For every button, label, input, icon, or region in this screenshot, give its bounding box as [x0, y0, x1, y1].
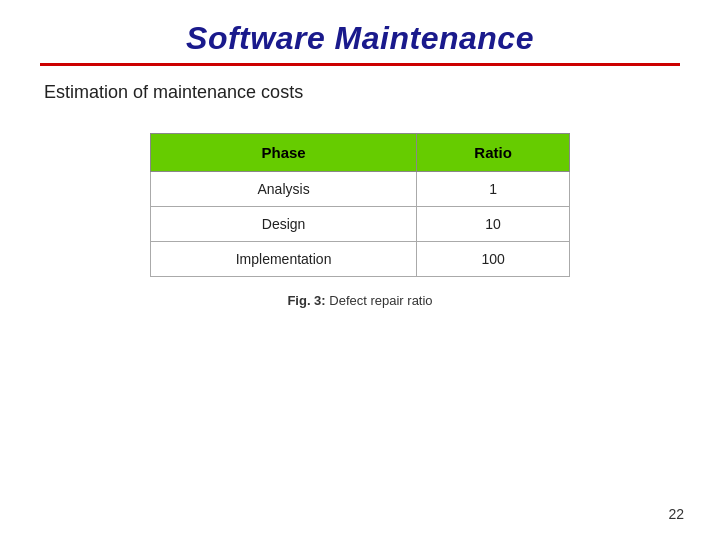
- cell-phase: Design: [151, 207, 417, 242]
- cell-ratio: 100: [417, 242, 570, 277]
- fig-label: Fig. 3:: [287, 293, 325, 308]
- slide: Software Maintenance Estimation of maint…: [0, 0, 720, 540]
- table-container: Phase Ratio Analysis1Design10Implementat…: [40, 133, 680, 308]
- page-number: 22: [668, 506, 684, 522]
- header-phase: Phase: [151, 134, 417, 172]
- figure-caption: Fig. 3: Defect repair ratio: [287, 293, 432, 308]
- table-row: Implementation100: [151, 242, 570, 277]
- cell-phase: Implementation: [151, 242, 417, 277]
- table-row: Analysis1: [151, 172, 570, 207]
- table-header-row: Phase Ratio: [151, 134, 570, 172]
- cell-ratio: 10: [417, 207, 570, 242]
- cell-phase: Analysis: [151, 172, 417, 207]
- fig-text: Defect repair ratio: [326, 293, 433, 308]
- red-divider: [40, 63, 680, 66]
- header-ratio: Ratio: [417, 134, 570, 172]
- table-row: Design10: [151, 207, 570, 242]
- main-title: Software Maintenance: [40, 20, 680, 57]
- title-area: Software Maintenance: [40, 20, 680, 57]
- data-table: Phase Ratio Analysis1Design10Implementat…: [150, 133, 570, 277]
- cell-ratio: 1: [417, 172, 570, 207]
- subtitle: Estimation of maintenance costs: [40, 82, 680, 103]
